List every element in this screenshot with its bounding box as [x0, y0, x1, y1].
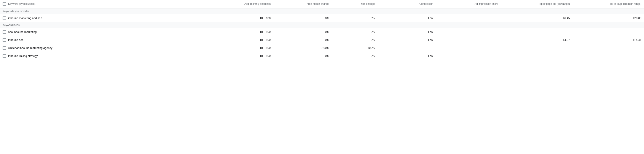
section-header-ideas: Keyword ideas [0, 22, 644, 28]
col-header-top-low: Top of page bid (low range) [501, 0, 572, 8]
ad-impression-cell: – [436, 14, 501, 22]
keyword-cell: inbound marketing and seo [0, 14, 214, 22]
competition-cell: Low [377, 36, 436, 44]
keyword-cell: inbound linking strategy [0, 52, 214, 60]
col-header-three-month: Three month change [273, 0, 332, 8]
top-low-cell: $6.45 [501, 14, 572, 22]
avg-monthly-cell: 10 – 100 [214, 36, 273, 44]
top-high-cell: – [572, 28, 644, 36]
section-label-provided: Keywords you provided [0, 8, 644, 14]
avg-monthly-cell: 10 – 100 [214, 44, 273, 52]
keyword-text: inbound seo [8, 38, 24, 42]
ad-impression-cell: – [436, 36, 501, 44]
col-header-keyword: Keyword (by relevance) [0, 0, 214, 8]
row-checkbox[interactable] [2, 54, 6, 58]
three-month-cell: 0% [273, 28, 332, 36]
top-low-cell: – [501, 44, 572, 52]
avg-monthly-cell: 10 – 100 [214, 14, 273, 22]
keyword-text: inbound linking strategy [8, 54, 38, 58]
top-low-cell: – [501, 52, 572, 60]
table-row: inbound linking strategy10 – 1000%0%Low–… [0, 52, 644, 60]
col-header-avg-monthly: Avg. monthly searches [214, 0, 273, 8]
select-all-checkbox[interactable] [2, 2, 6, 6]
competition-cell: – [377, 44, 436, 52]
col-header-top-high: Top of page bid (high range) [572, 0, 644, 8]
ad-impression-cell: – [436, 28, 501, 36]
yoy-cell: 0% [332, 36, 377, 44]
top-low-cell: – [501, 28, 572, 36]
yoy-cell: 0% [332, 14, 377, 22]
table-row: inbound seo10 – 1000%0%Low–$4.07$14.41 [0, 36, 644, 44]
col-header-competition: Competition [377, 0, 436, 8]
keyword-cell: seo inbound marketing [0, 28, 214, 36]
top-high-cell: $20.00 [572, 14, 644, 22]
ad-impression-cell: – [436, 44, 501, 52]
three-month-cell: 0% [273, 36, 332, 44]
keyword-cell: whitehat inbound marketing agency [0, 44, 214, 52]
three-month-cell: -100% [273, 44, 332, 52]
table-row: whitehat inbound marketing agency10 – 10… [0, 44, 644, 52]
section-header-provided: Keywords you provided [0, 8, 644, 14]
competition-cell: Low [377, 52, 436, 60]
competition-cell: Low [377, 14, 436, 22]
top-low-cell: $4.07 [501, 36, 572, 44]
keyword-text: whitehat inbound marketing agency [8, 46, 52, 50]
top-high-cell: $14.41 [572, 36, 644, 44]
col-header-yoy: YoY change [332, 0, 377, 8]
row-checkbox[interactable] [2, 17, 6, 20]
keyword-text: inbound marketing and seo [8, 17, 42, 20]
keyword-table: Keyword (by relevance) Avg. monthly sear… [0, 0, 644, 60]
three-month-cell: 0% [273, 52, 332, 60]
top-high-cell: – [572, 44, 644, 52]
yoy-cell: 0% [332, 52, 377, 60]
section-label-ideas: Keyword ideas [0, 22, 644, 28]
row-checkbox[interactable] [2, 38, 6, 42]
row-checkbox[interactable] [2, 46, 6, 50]
top-high-cell: – [572, 52, 644, 60]
competition-cell: Low [377, 28, 436, 36]
yoy-cell: -100% [332, 44, 377, 52]
table-row: inbound marketing and seo10 – 1000%0%Low… [0, 14, 644, 22]
row-checkbox[interactable] [2, 30, 6, 34]
col-header-ad-impression: Ad impression share [436, 0, 501, 8]
three-month-cell: 0% [273, 14, 332, 22]
avg-monthly-cell: 10 – 100 [214, 28, 273, 36]
yoy-cell: 0% [332, 28, 377, 36]
table-header-row: Keyword (by relevance) Avg. monthly sear… [0, 0, 644, 8]
avg-monthly-cell: 10 – 100 [214, 52, 273, 60]
ad-impression-cell: – [436, 52, 501, 60]
keyword-text: seo inbound marketing [8, 30, 37, 34]
table-row: seo inbound marketing10 – 1000%0%Low––– [0, 28, 644, 36]
keyword-cell: inbound seo [0, 36, 214, 44]
